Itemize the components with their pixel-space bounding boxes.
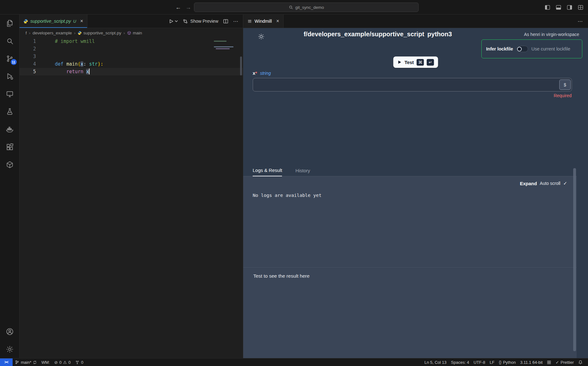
- code-token: ):: [97, 61, 103, 67]
- status-problems[interactable]: ⊘ 0 ⚠ 0: [52, 358, 73, 366]
- account-icon[interactable]: [0, 323, 20, 340]
- script-title: f/developers_example/supportive_scriptpy…: [281, 31, 474, 38]
- explorer-icon[interactable]: [0, 15, 20, 32]
- breadcrumb-root[interactable]: f: [26, 31, 27, 35]
- forward-button[interactable]: →: [184, 3, 193, 12]
- argument-name: x*: [253, 70, 257, 76]
- argument-x-input[interactable]: [253, 78, 572, 92]
- editor-scrollbar[interactable]: [240, 56, 242, 75]
- toggle-sidebar-right-icon[interactable]: [567, 4, 573, 10]
- command-center-search[interactable]: git_sync_demo: [194, 3, 419, 12]
- scm-badge: 11: [11, 59, 17, 65]
- check-icon: ✓: [563, 180, 567, 186]
- windmill-more-actions: ⋯: [578, 15, 588, 28]
- dev-containers-icon[interactable]: [0, 156, 20, 174]
- minimap-line: [214, 41, 226, 42]
- toggle-sidebar-left-icon[interactable]: [544, 4, 550, 10]
- line-number: 3: [20, 53, 36, 60]
- status-bar: >< main* WM: ⊘ 0 ⚠ 0 0 Ln 5, Col 13 Spac…: [0, 358, 588, 366]
- breadcrumb-file-label: supportive_script.py: [83, 31, 121, 35]
- tab-windmill[interactable]: Windmill ×: [243, 15, 284, 28]
- warnings-count: 0: [68, 360, 71, 365]
- docker-icon[interactable]: [0, 121, 20, 138]
- no-logs-message: No logs are available yet: [253, 193, 321, 198]
- breadcrumb-file[interactable]: supportive_script.py: [78, 31, 121, 35]
- variable-picker-button[interactable]: $: [559, 80, 571, 90]
- logs-panel: Expand Auto scroll ✓ No logs are availab…: [243, 176, 577, 268]
- extensions-icon[interactable]: [0, 138, 20, 156]
- code-token: def: [55, 61, 66, 67]
- status-ports[interactable]: 0: [73, 358, 85, 366]
- line-number: 5: [20, 68, 36, 75]
- expand-button[interactable]: Expand: [520, 181, 537, 186]
- warnings-icon: ⚠: [63, 360, 67, 365]
- status-indentation[interactable]: Spaces: 4: [449, 358, 472, 366]
- settings-gear-icon[interactable]: [0, 340, 20, 358]
- code-token-highlighted: x: [86, 69, 89, 74]
- remote-explorer-icon[interactable]: [0, 85, 20, 103]
- webview-list-icon: [247, 19, 252, 24]
- argument-type: string: [260, 71, 271, 76]
- split-editor-icon[interactable]: [223, 19, 228, 24]
- code-token: (: [78, 61, 80, 67]
- tab-history[interactable]: History: [295, 168, 310, 176]
- code-editor[interactable]: 1 # import wmill 2 3 4 def main(x: str):…: [20, 38, 243, 358]
- status-prettier[interactable]: ✓ Prettier: [553, 358, 576, 366]
- windmill-status-label: WM:: [41, 360, 50, 365]
- more-actions-icon[interactable]: ⋯: [578, 18, 583, 24]
- search-view-icon[interactable]: [0, 32, 20, 50]
- result-placeholder: Test to see the result here: [253, 273, 309, 279]
- source-control-icon[interactable]: 11: [0, 50, 20, 68]
- branch-label: main*: [21, 360, 31, 365]
- run-debug-icon[interactable]: [0, 68, 20, 85]
- auto-scroll-toggle[interactable]: Auto scroll: [540, 181, 560, 186]
- infer-lockfile-toggle[interactable]: [516, 46, 528, 52]
- sun-icon: [258, 33, 265, 40]
- toggle-panel-bottom-icon[interactable]: [556, 4, 562, 10]
- breadcrumb-folder[interactable]: developers_example: [32, 31, 72, 35]
- command-center-label: git_sync_demo: [295, 5, 324, 10]
- status-windmill[interactable]: WM:: [39, 358, 52, 366]
- customize-layout-icon[interactable]: [578, 4, 584, 10]
- script-path: f/developers_example/supportive_script: [303, 31, 424, 38]
- show-preview-button[interactable]: Show Preview: [183, 19, 218, 24]
- status-extension[interactable]: [545, 358, 553, 366]
- breadcrumb-symbol[interactable]: main: [127, 31, 142, 35]
- windmill-panel: f/developers_example/supportive_scriptpy…: [243, 28, 588, 358]
- cmd-key-icon: ⌘: [417, 59, 424, 66]
- windmill-scrollbar[interactable]: [573, 168, 576, 351]
- language-status-icon: {}: [499, 360, 501, 364]
- minimap[interactable]: [212, 38, 240, 108]
- editor-more-actions-icon[interactable]: ⋯: [233, 18, 238, 24]
- breadcrumb-symbol-label: main: [133, 31, 142, 35]
- status-eol[interactable]: LF: [487, 358, 497, 366]
- status-python-version[interactable]: 3.11.1 64-bit: [518, 358, 545, 366]
- code-line: 4 def main(x: str):: [20, 60, 243, 68]
- editor-actions: Show Preview ⋯: [168, 15, 243, 28]
- workspace-context: As henri in virgin-workspace: [524, 32, 579, 37]
- back-button[interactable]: ←: [174, 3, 183, 12]
- testing-flask-icon[interactable]: [0, 103, 20, 121]
- activity-bar: 11: [0, 15, 20, 358]
- tab-close-icon[interactable]: ×: [80, 19, 83, 24]
- status-branch[interactable]: main*: [13, 358, 39, 366]
- status-language[interactable]: {} Python: [497, 358, 518, 366]
- git-branch-icon: [15, 360, 19, 364]
- theme-toggle-button[interactable]: [258, 33, 265, 41]
- script-language: python3: [427, 31, 452, 38]
- tab-logs-result[interactable]: Logs & Result: [253, 168, 282, 176]
- infer-lockfile-label: Infer lockfile: [486, 46, 513, 51]
- test-button[interactable]: Test ⌘ ↵: [393, 56, 438, 68]
- status-notifications[interactable]: [576, 358, 585, 366]
- errors-count: 0: [59, 360, 62, 365]
- remote-indicator[interactable]: ><: [0, 358, 13, 366]
- text-cursor: [89, 68, 90, 74]
- python-icon: [23, 19, 28, 24]
- tab-supportive-script[interactable]: supportive_script.py U ×: [20, 15, 87, 28]
- code-token-highlighted: x: [80, 61, 83, 67]
- argument-label: x* string: [253, 70, 271, 76]
- status-encoding[interactable]: UTF-8: [471, 358, 487, 366]
- status-cursor-position[interactable]: Ln 5, Col 13: [422, 358, 449, 366]
- tab-close-icon[interactable]: ×: [276, 19, 279, 24]
- run-python-button[interactable]: [168, 19, 178, 24]
